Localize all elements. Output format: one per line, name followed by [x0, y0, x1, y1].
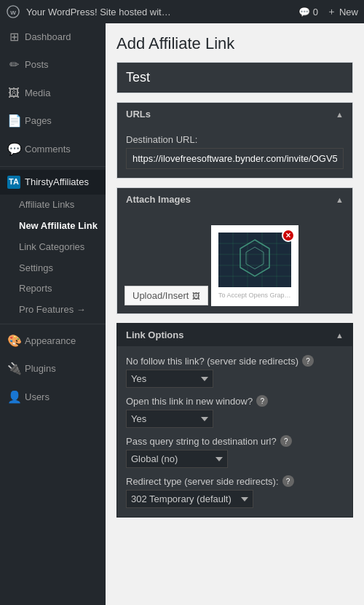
urls-toggle-icon: ▲	[336, 110, 344, 119]
sidebar-sub-pro-features[interactable]: Pro Features →	[0, 300, 106, 321]
sidebar-sublabel-affiliate-links: Affiliate Links	[19, 199, 74, 210]
nofollow-help-icon[interactable]: ?	[302, 355, 314, 367]
title-input[interactable]	[117, 63, 352, 93]
sidebar-label-posts: Posts	[25, 58, 49, 71]
layout: ⊞ Dashboard ✏ Posts 🖼 Media 📄 Pages 💬 Co…	[0, 23, 364, 605]
sidebar-sub-new-affiliate-link[interactable]: New Affiliate Link	[0, 216, 106, 237]
svg-text:W: W	[10, 9, 16, 16]
query-string-help-icon[interactable]: ?	[280, 435, 292, 447]
attach-images-header[interactable]: Attach Images ▲	[117, 188, 352, 211]
sidebar-sub-reports[interactable]: Reports	[0, 278, 106, 300]
sidebar-sublabel-reports: Reports	[19, 283, 52, 294]
page-title: Add Affiliate Link	[116, 34, 353, 53]
remove-image-button[interactable]: ×	[282, 229, 295, 242]
sidebar-sublabel-new-affiliate-link: New Affiliate Link	[19, 220, 98, 231]
sidebar-item-posts[interactable]: ✏ Posts	[0, 51, 106, 79]
dashboard-icon: ⊞	[7, 29, 20, 45]
image-caption: To Accept Opens Graph Data from Wi...	[218, 292, 291, 299]
media-icon: 🖼	[7, 85, 20, 101]
new-label: New	[339, 7, 358, 17]
attach-images-toggle-icon: ▲	[336, 195, 344, 204]
sidebar-sub-settings[interactable]: Settings	[0, 258, 106, 279]
sidebar-sublabel-settings: Settings	[19, 262, 53, 273]
sidebar-label-ta: ThirstyAffiliates	[25, 176, 89, 189]
new-window-help-icon[interactable]: ?	[256, 395, 268, 407]
sidebar-label-media: Media	[25, 87, 50, 100]
link-options-metabox: Link Options ▲ No follow this link? (ser…	[116, 323, 353, 518]
ta-logo-icon: TA	[7, 176, 20, 189]
upload-insert-button[interactable]: Upload/Insert 🖼	[124, 286, 208, 305]
query-string-select[interactable]: Global (no) Yes No	[126, 450, 228, 468]
users-icon: 👤	[7, 389, 20, 405]
sidebar-sub-link-categories[interactable]: Link Categories	[0, 237, 106, 258]
new-bar-btn[interactable]: ＋ New	[327, 5, 358, 18]
redirect-type-help-icon[interactable]: ?	[282, 475, 294, 487]
sidebar-label-appearance: Appearance	[25, 335, 76, 348]
sidebar-label-users: Users	[25, 391, 50, 404]
nofollow-field-group: No follow this link? (server side redire…	[126, 355, 344, 367]
new-window-field-group: Open this link in new window? ?	[126, 395, 344, 407]
link-options-header[interactable]: Link Options ▲	[117, 324, 352, 346]
pages-icon: 📄	[7, 113, 20, 129]
sidebar-item-users[interactable]: 👤 Users	[0, 383, 106, 411]
link-options-body: No follow this link? (server side redire…	[117, 346, 352, 517]
upload-btn-label: Upload/Insert	[132, 290, 189, 301]
new-window-label: Open this link in new window?	[126, 396, 253, 407]
sidebar-label-comments: Comments	[25, 143, 71, 156]
nofollow-select-wrapper: Yes No	[126, 370, 344, 388]
site-name: Your WordPress! Site hosted with CloudAc…	[26, 7, 172, 17]
plus-icon: ＋	[327, 5, 336, 18]
svg-rect-2	[218, 233, 291, 287]
sidebar-sub-affiliate-links[interactable]: Affiliate Links	[0, 195, 106, 216]
comments-bar-item[interactable]: 💬 0	[298, 7, 318, 17]
redirect-type-select-wrapper: 302 Temporary (default) 301 Permanent 30…	[126, 490, 344, 508]
sidebar-item-thirstyaffiliates[interactable]: TA ThirstyAffiliates	[0, 170, 106, 195]
nofollow-select[interactable]: Yes No	[126, 370, 213, 388]
urls-header-label: URLs	[126, 109, 151, 120]
attach-images-body: Upload/Insert 🖼	[117, 211, 352, 313]
new-window-select-wrapper: Yes No	[126, 410, 344, 428]
redirect-type-select[interactable]: 302 Temporary (default) 301 Permanent 30…	[126, 490, 253, 508]
urls-metabox-header[interactable]: URLs ▲	[117, 103, 352, 125]
image-thumb-visual	[218, 233, 291, 287]
attach-images-metabox: Attach Images ▲ Upload/Insert 🖼	[116, 187, 353, 314]
sidebar-item-dashboard[interactable]: ⊞ Dashboard	[0, 23, 106, 51]
sidebar-item-comments[interactable]: 💬 Comments	[0, 136, 106, 163]
upload-icon: 🖼	[192, 292, 200, 300]
admin-bar: W Your WordPress! Site hosted with Cloud…	[0, 0, 364, 23]
sidebar-item-appearance[interactable]: 🎨 Appearance	[0, 327, 106, 355]
appearance-icon: 🎨	[7, 333, 20, 349]
comment-count: 0	[313, 7, 318, 17]
title-metabox	[116, 62, 353, 93]
image-svg	[218, 233, 291, 287]
image-container: ×	[218, 233, 291, 287]
query-string-label: Pass query string to destination url?	[126, 436, 277, 447]
comment-bubble-icon: 💬	[298, 7, 310, 17]
image-preview-area: × To Accept Opens Graph Data from Wi...	[211, 225, 298, 306]
query-string-select-wrapper: Global (no) Yes No	[126, 450, 344, 468]
sidebar-sublabel-link-categories: Link Categories	[19, 241, 84, 252]
redirect-type-field-group: Redirect type (server side redirects): ?	[126, 475, 344, 487]
link-options-toggle-icon: ▲	[336, 331, 344, 340]
wp-logo[interactable]: W	[6, 4, 20, 19]
link-options-label: Link Options	[126, 329, 183, 340]
sidebar-item-pages[interactable]: 📄 Pages	[0, 107, 106, 135]
urls-metabox-body: Destination URL:	[117, 125, 352, 178]
sidebar-label-pages: Pages	[25, 114, 52, 128]
plugins-icon: 🔌	[7, 361, 20, 377]
redirect-type-label: Redirect type (server side redirects):	[126, 476, 279, 487]
sidebar-label-plugins: Plugins	[25, 362, 56, 375]
image-thumbnail	[218, 233, 291, 287]
new-window-select[interactable]: Yes No	[126, 410, 213, 428]
urls-metabox: URLs ▲ Destination URL:	[116, 102, 353, 179]
nofollow-label: No follow this link? (server side redire…	[126, 356, 298, 367]
sidebar-sublabel-pro-features: Pro Features →	[19, 304, 86, 315]
sidebar-label-dashboard: Dashboard	[25, 31, 71, 44]
destination-url-input[interactable]	[126, 148, 344, 169]
main-content: Add Affiliate Link URLs ▲ Destination UR…	[106, 23, 364, 605]
sidebar: ⊞ Dashboard ✏ Posts 🖼 Media 📄 Pages 💬 Co…	[0, 23, 106, 605]
sidebar-item-media[interactable]: 🖼 Media	[0, 79, 106, 107]
sidebar-item-plugins[interactable]: 🔌 Plugins	[0, 355, 106, 383]
sidebar-divider-2	[0, 324, 106, 324]
query-string-field-group: Pass query string to destination url? ?	[126, 435, 344, 447]
